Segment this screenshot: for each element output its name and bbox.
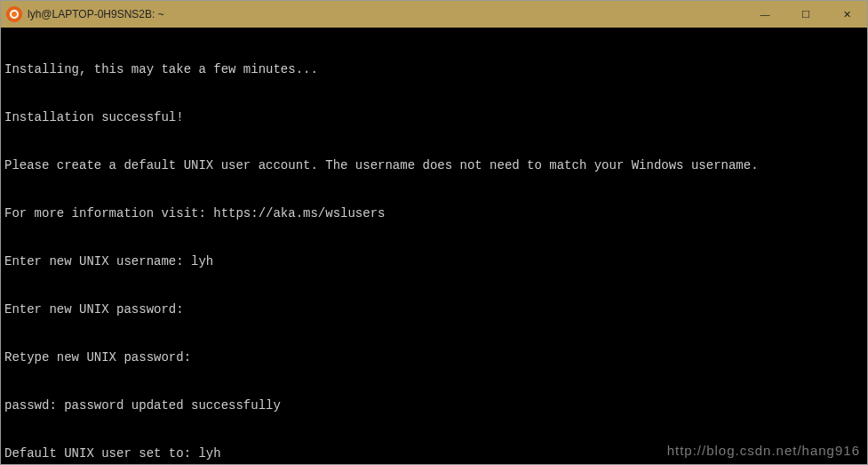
terminal-line: Default UNIX user set to: lyh	[4, 445, 864, 461]
terminal-line: For more information visit: https://aka.…	[4, 205, 864, 221]
titlebar[interactable]: lyh@LAPTOP-0H9SNS2B: ~ — ☐ ✕	[1, 1, 867, 28]
terminal-line: passwd: password updated successfully	[4, 397, 864, 413]
terminal-line: Retype new UNIX password:	[4, 349, 864, 365]
ubuntu-icon	[6, 6, 22, 22]
terminal-line: Installing, this may take a few minutes.…	[4, 61, 864, 77]
terminal-window: lyh@LAPTOP-0H9SNS2B: ~ — ☐ ✕ Installing,…	[0, 0, 868, 465]
terminal-line: Please create a default UNIX user accoun…	[4, 157, 864, 173]
close-button[interactable]: ✕	[826, 1, 867, 28]
window-controls: — ☐ ✕	[745, 1, 867, 28]
maximize-button[interactable]: ☐	[785, 1, 826, 28]
window-title: lyh@LAPTOP-0H9SNS2B: ~	[28, 8, 745, 20]
minimize-button[interactable]: —	[745, 1, 785, 28]
terminal-line: Enter new UNIX username: lyh	[4, 253, 864, 269]
terminal-line: Enter new UNIX password:	[4, 301, 864, 317]
terminal-line: Installation successful!	[4, 109, 864, 125]
terminal-body[interactable]: Installing, this may take a few minutes.…	[1, 28, 867, 464]
